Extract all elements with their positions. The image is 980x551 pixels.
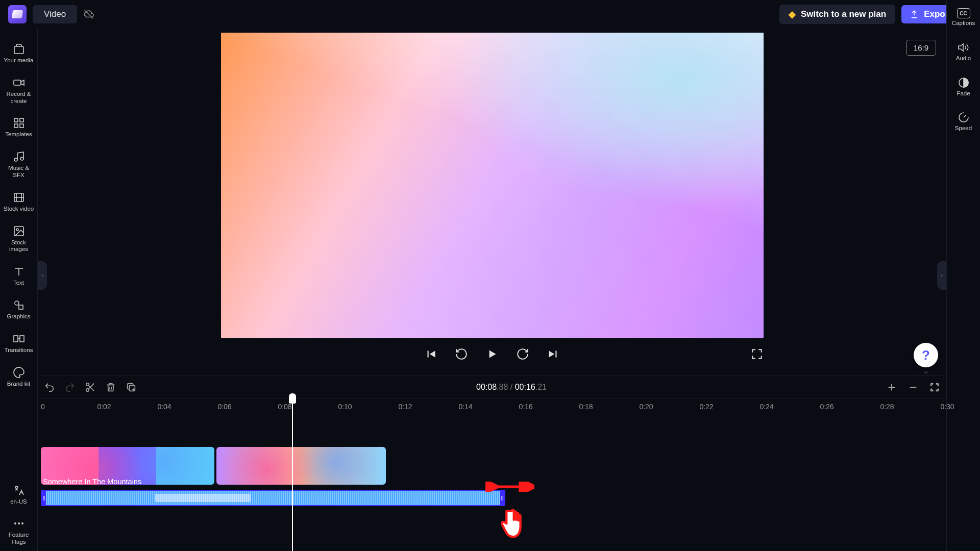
svg-rect-1 <box>14 46 23 54</box>
ruler-tick: 0:28 <box>880 403 894 411</box>
svg-rect-17 <box>14 336 18 342</box>
ruler-tick: 0:18 <box>579 403 593 411</box>
camera-icon <box>13 77 25 89</box>
playhead[interactable] <box>292 398 293 551</box>
film-icon <box>13 191 25 204</box>
svg-rect-4 <box>20 118 23 122</box>
svg-rect-16 <box>19 305 23 309</box>
fit-timeline-button[interactable] <box>929 382 940 393</box>
project-title-button[interactable]: Video <box>33 5 77 23</box>
switch-plan-button[interactable]: ◆ Switch to a new plan <box>779 5 895 24</box>
preview-zone: 16:9 ? <box>38 29 946 375</box>
sidebar-item-brand-kit[interactable]: Brand kit <box>0 361 37 393</box>
rewind-10-button[interactable] <box>455 347 468 361</box>
sidebar-item-your-media[interactable]: Your media <box>0 38 37 69</box>
sidebar-item-label: Graphics <box>7 313 30 320</box>
audio-trim-handle-left[interactable]: || <box>42 491 46 505</box>
svg-rect-5 <box>14 124 18 128</box>
svg-rect-3 <box>14 118 18 122</box>
ruler-tick: 0:14 <box>458 403 472 411</box>
sidebar-item-captions[interactable]: CC Captions <box>947 3 980 32</box>
sidebar-item-stock-images[interactable]: Stock images <box>0 220 37 259</box>
fade-icon <box>958 77 970 89</box>
svg-point-26 <box>133 389 134 390</box>
svg-point-24 <box>86 388 89 391</box>
shapes-icon <box>13 299 25 311</box>
music-icon <box>13 151 25 163</box>
sidebar-item-audio[interactable]: Audio <box>947 36 980 67</box>
fullscreen-button[interactable] <box>750 347 764 361</box>
aspect-ratio-button[interactable]: 16:9 <box>906 40 936 56</box>
svg-point-8 <box>20 157 23 160</box>
video-canvas[interactable] <box>221 33 764 338</box>
sidebar-item-speed[interactable]: Speed <box>947 106 980 137</box>
timeline-ruler[interactable]: 00:020:040:060:080:100:120:140:160:180:2… <box>38 398 946 415</box>
sidebar-item-label: Transitions <box>5 347 33 354</box>
play-button[interactable] <box>485 347 499 361</box>
redo-button <box>64 382 76 393</box>
zoom-out-button[interactable] <box>908 382 919 393</box>
svg-point-15 <box>15 301 19 305</box>
sidebar-item-label: Speed <box>955 125 972 132</box>
right-sidebar: CC Captions Audio Fade Speed <box>946 0 980 551</box>
sidebar-item-label: Stock images <box>2 239 35 254</box>
svg-point-19 <box>14 522 16 524</box>
skip-start-button[interactable] <box>424 347 437 361</box>
skip-end-button[interactable] <box>547 347 560 361</box>
sidebar-item-text[interactable]: Text <box>0 260 37 292</box>
undo-button[interactable] <box>44 382 55 393</box>
sidebar-item-label: Fade <box>957 90 970 97</box>
audio-clip[interactable]: || || <box>41 490 505 506</box>
sidebar-item-label: Record & create <box>2 91 35 105</box>
split-button[interactable] <box>85 382 96 393</box>
video-clip[interactable] <box>216 447 386 485</box>
sidebar-item-language[interactable]: en-US <box>0 479 37 511</box>
duplicate-button[interactable] <box>126 382 137 393</box>
annotation-hand-cursor <box>501 508 531 545</box>
sidebar-item-graphics[interactable]: Graphics <box>0 294 37 325</box>
help-button[interactable]: ? <box>914 343 938 367</box>
audio-trim-handle-right[interactable]: || <box>500 491 504 505</box>
globe-translate-icon <box>13 484 25 496</box>
sidebar-item-record-create[interactable]: Record & create <box>0 71 37 110</box>
svg-rect-6 <box>20 124 23 128</box>
palette-icon <box>13 366 25 379</box>
ruler-tick: 0:02 <box>97 403 111 411</box>
sidebar-item-feature-flags[interactable]: Feature Flags <box>0 512 37 551</box>
sidebar-item-music-sfx[interactable]: Music & SFX <box>0 145 37 184</box>
video-track <box>41 447 943 485</box>
svg-point-21 <box>21 522 23 524</box>
ruler-tick: 0:30 <box>940 403 954 411</box>
sidebar-item-label: Captions <box>952 20 975 27</box>
ruler-tick: 0:06 <box>217 403 231 411</box>
svg-point-14 <box>16 229 18 231</box>
ruler-tick: 0:08 <box>278 403 291 411</box>
media-icon <box>13 43 25 55</box>
ruler-tick: 0:10 <box>338 403 352 411</box>
diamond-icon: ◆ <box>789 9 796 20</box>
ruler-tick: 0:16 <box>519 403 532 411</box>
zoom-in-button[interactable] <box>886 382 897 393</box>
audio-waveform <box>46 491 500 505</box>
sidebar-item-label: Templates <box>5 131 32 138</box>
templates-icon <box>13 117 25 129</box>
sidebar-item-fade[interactable]: Fade <box>947 71 980 103</box>
help-collapse-icon[interactable] <box>922 368 930 378</box>
sidebar-item-templates[interactable]: Templates <box>0 112 37 143</box>
captions-icon: CC <box>957 8 970 18</box>
more-icon <box>13 517 25 530</box>
ruler-tick: 0:20 <box>639 403 653 411</box>
cloud-sync-off-icon[interactable] <box>83 9 94 20</box>
ruler-tick: 0 <box>41 403 45 411</box>
forward-10-button[interactable] <box>516 347 529 361</box>
app-logo[interactable] <box>8 5 27 23</box>
ruler-tick: 0:22 <box>699 403 713 411</box>
sidebar-item-transitions[interactable]: Transitions <box>0 328 37 359</box>
svg-rect-2 <box>14 80 21 85</box>
left-sidebar: Your media Record & create Templates Mus… <box>0 29 38 551</box>
delete-button[interactable] <box>105 382 116 393</box>
sidebar-item-label: Brand kit <box>7 381 30 388</box>
annotation-resize-arrow <box>485 482 534 492</box>
sidebar-item-label: Text <box>13 280 24 287</box>
sidebar-item-stock-video[interactable]: Stock video <box>0 186 37 218</box>
